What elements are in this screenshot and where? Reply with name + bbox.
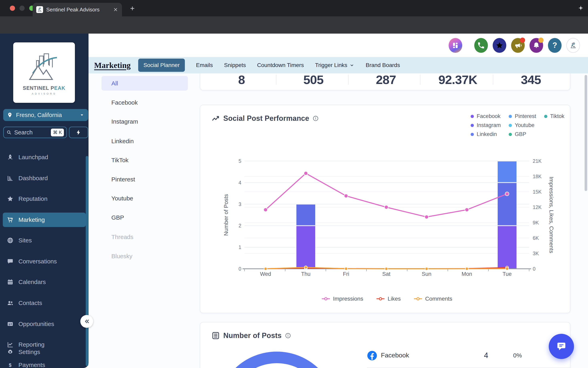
new-tab-button[interactable] xyxy=(129,5,135,12)
apps-launcher-icon[interactable] xyxy=(449,38,462,53)
globe-icon xyxy=(7,237,14,244)
sparkle-icon[interactable] xyxy=(578,5,584,11)
legend-label: Comments xyxy=(425,296,452,302)
svg-text:Fri: Fri xyxy=(343,271,349,277)
legend-impressions[interactable]: Impressions xyxy=(321,296,363,302)
page-scrollbar[interactable] xyxy=(585,75,587,191)
star-icon[interactable] xyxy=(493,38,506,53)
star-icon xyxy=(7,195,14,202)
location-switcher[interactable]: Fresno, California xyxy=(3,109,88,121)
people-icon xyxy=(7,300,14,306)
table-list-icon xyxy=(211,331,220,340)
svg-text:5: 5 xyxy=(239,158,241,164)
browser-toolbar: app.sentinelpeaksolutions.com/v2/locatio… xyxy=(0,16,588,34)
search-input[interactable]: Search ⌘ K xyxy=(3,127,67,138)
search-placeholder: Search xyxy=(14,129,48,136)
svg-text:2: 2 xyxy=(239,223,241,228)
help-icon[interactable]: ? xyxy=(548,38,562,53)
performance-chart[interactable]: 54321021K18K15K12K9K6K3K0WedThuFriSatSun… xyxy=(200,105,571,313)
sidebar-item-calendars[interactable]: Calendars xyxy=(3,275,86,289)
legend-comments[interactable]: Comments xyxy=(414,296,452,302)
tab-emails[interactable]: Emails xyxy=(196,62,213,68)
tab-label: Brand Boards xyxy=(366,62,400,68)
agency-avatar[interactable] xyxy=(566,38,580,53)
sidebar-item-reputation[interactable]: Reputation xyxy=(3,192,86,206)
number-of-posts-card: Number of Posts Facebook40% xyxy=(200,322,570,368)
svg-text:3: 3 xyxy=(239,201,241,207)
page-title: Marketing xyxy=(94,61,131,70)
posts-card-header: Number of Posts xyxy=(211,331,291,340)
notification-badge xyxy=(520,37,525,43)
tab-countdown-timers[interactable]: Countdown Timers xyxy=(257,62,304,68)
sidebar-collapse-button[interactable] xyxy=(80,315,93,328)
sidebar-item-label: Contacts xyxy=(19,300,42,306)
platform-filter-all[interactable]: All xyxy=(102,76,188,91)
app-header-icons: ? xyxy=(88,34,588,57)
svg-text:12K: 12K xyxy=(533,204,542,210)
sidebar-scrollbar[interactable] xyxy=(86,156,88,366)
quick-actions-button[interactable] xyxy=(69,127,88,138)
platform-filter-tiktok[interactable]: TikTok xyxy=(102,156,188,165)
info-icon[interactable] xyxy=(285,332,291,339)
sidebar-item-contacts[interactable]: Contacts xyxy=(3,296,86,310)
sidebar-item-payments[interactable]: $Payments xyxy=(3,358,86,368)
svg-text:Tue: Tue xyxy=(502,271,512,277)
legend-likes[interactable]: Likes xyxy=(376,296,401,302)
chevron-down-icon xyxy=(79,112,85,118)
tab-snippets[interactable]: Snippets xyxy=(224,62,246,68)
location-label: Fresno, California xyxy=(16,112,76,118)
sidebar-item-dashboard[interactable]: Dashboard xyxy=(3,171,86,185)
svg-text:6K: 6K xyxy=(533,235,539,241)
sidebar-item-launchpad[interactable]: Launchpad xyxy=(3,150,86,164)
svg-text:Sun: Sun xyxy=(422,271,431,277)
tab-close-icon[interactable] xyxy=(113,7,118,12)
social-post-performance-card: Social Post Performance FacebookInstagra… xyxy=(200,105,570,313)
tab-brand-boards[interactable]: Brand Boards xyxy=(366,62,400,68)
sidebar-item-conversations[interactable]: Conversations xyxy=(3,254,86,269)
stat-value-1: 505 xyxy=(303,73,323,87)
sidebar-item-label: Reputation xyxy=(19,195,48,202)
legend-marker xyxy=(321,297,330,301)
svg-text:$: $ xyxy=(9,362,12,368)
bell-icon[interactable] xyxy=(530,38,543,53)
window-minimize-button[interactable] xyxy=(19,6,25,11)
search-icon xyxy=(6,129,12,135)
sidebar-item-label: Settings xyxy=(19,349,40,355)
sidebar-item-sites[interactable]: Sites xyxy=(3,233,86,248)
dollar-card-icon: $ xyxy=(7,321,14,327)
svg-text:$: $ xyxy=(9,323,10,326)
svg-text:Mon: Mon xyxy=(462,271,472,277)
platform-filter-pinterest[interactable]: Pinterest xyxy=(102,175,188,184)
stat-divider xyxy=(348,75,348,85)
gear-icon xyxy=(7,349,14,355)
tab-label: Countdown Timers xyxy=(257,62,304,68)
sidebar: SENTINEL PEAK ADVISORS Fresno, Californi… xyxy=(0,34,88,368)
chat-widget-button[interactable] xyxy=(549,334,574,359)
platform-filter-facebook[interactable]: Facebook xyxy=(102,98,188,107)
platform-filter-instagram[interactable]: Instagram xyxy=(102,117,188,126)
tab-trigger-links[interactable]: Trigger Links xyxy=(315,62,355,68)
lightning-icon xyxy=(76,129,81,135)
sidebar-item-label: Marketing xyxy=(19,216,45,223)
posts-row-facebook: Facebook40% xyxy=(367,350,570,368)
sidebar-item-label: Opportunities xyxy=(19,321,54,327)
platform-filter-youtube[interactable]: Youtube xyxy=(102,194,188,203)
platform-filter-bluesky: Bluesky xyxy=(102,252,188,261)
sidebar-item-settings[interactable]: Settings xyxy=(3,345,86,359)
svg-text:Sat: Sat xyxy=(382,271,391,277)
svg-text:Impressions, Likes, Comments: Impressions, Likes, Comments xyxy=(548,177,555,253)
megaphone-icon[interactable] xyxy=(511,38,525,53)
browser-tab[interactable]: Sentinel Peak Advisors xyxy=(33,3,122,16)
sidebar-item-label: Payments xyxy=(19,362,45,368)
brand-subtitle: ADVISORS xyxy=(32,92,56,95)
svg-text:0: 0 xyxy=(533,266,536,272)
phone-icon[interactable] xyxy=(474,38,488,53)
sidebar-item-label: Dashboard xyxy=(19,175,48,182)
sidebar-item-opportunities[interactable]: $Opportunities xyxy=(3,317,86,331)
sidebar-item-marketing[interactable]: Marketing xyxy=(3,213,86,227)
platform-filter-gbp[interactable]: GBP xyxy=(102,213,188,222)
tab-social-planner[interactable]: Social Planner xyxy=(138,59,185,72)
legend-marker xyxy=(376,297,385,301)
platform-filter-linkedin[interactable]: Linkedin xyxy=(102,137,188,146)
window-close-button[interactable] xyxy=(10,6,15,11)
